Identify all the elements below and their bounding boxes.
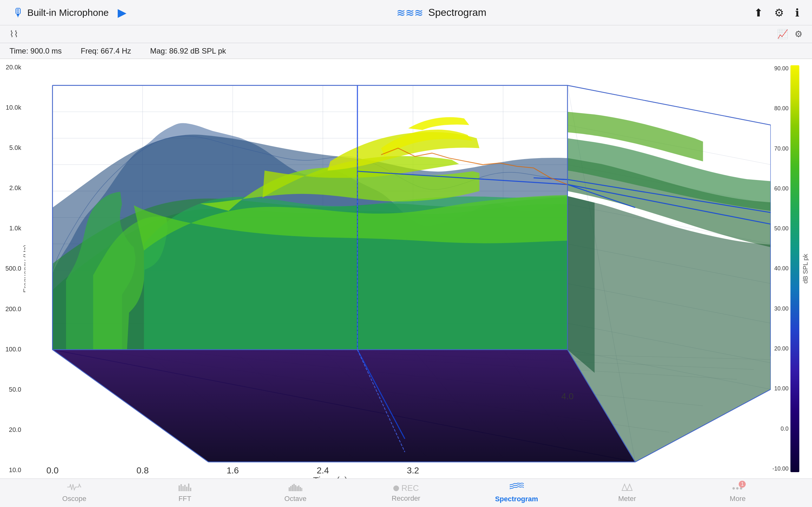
octave-icon [288, 483, 302, 493]
top-bar-right: ⬆ ⚙ ℹ [754, 6, 799, 19]
color-gradient-bar [791, 65, 799, 472]
more-badge-count: 1 [739, 481, 746, 488]
chart-view-button[interactable]: 📈 [777, 29, 788, 39]
scale-tick-0: 0.0 [772, 426, 789, 432]
svg-text:4.0: 4.0 [561, 391, 574, 401]
svg-rect-93 [301, 488, 302, 491]
svg-rect-90 [297, 487, 298, 491]
y-tick-2k: 2.0k [0, 184, 24, 192]
scale-tick-neg10: -10.00 [772, 465, 789, 472]
color-scale-ticks: 90.00 80.00 70.00 60.00 50.00 40.00 30.0… [771, 64, 790, 474]
nav-item-fft[interactable]: FFT [159, 483, 210, 503]
top-header-bar: 🎙 Built-in Microphone ▶ ≋≋≋ Spectrogram … [0, 0, 812, 25]
scale-tick-40: 40.00 [772, 265, 789, 272]
oscope-label: Oscope [62, 495, 86, 503]
nav-item-recorder[interactable]: REC Recorder [380, 483, 432, 503]
page-title: Spectrogram [428, 7, 486, 18]
scale-tick-30: 30.00 [772, 305, 789, 312]
microphone-icon: 🎙 [13, 6, 24, 19]
fft-label: FFT [179, 495, 191, 503]
nav-item-octave[interactable]: Octave [270, 483, 321, 503]
scale-tick-90: 90.00 [772, 65, 789, 72]
svg-marker-94 [622, 484, 627, 491]
y-tick-100: 100.0 [0, 346, 24, 353]
scale-tick-80: 80.00 [772, 105, 789, 112]
svg-rect-78 [179, 486, 180, 491]
svg-rect-84 [190, 488, 191, 491]
y-tick-200: 200.0 [0, 305, 24, 313]
svg-rect-83 [188, 484, 189, 491]
y-tick-500: 500.0 [0, 265, 24, 272]
spectrogram-header-icon: ≋≋≋ [397, 6, 423, 19]
x-axis-label-container [26, 463, 771, 478]
svg-marker-95 [627, 484, 632, 491]
scale-tick-70: 70.00 [772, 146, 789, 152]
meter-icon [621, 483, 633, 493]
more-badge-container: ••• 1 [732, 483, 743, 493]
settings-icon: ⚙ [774, 7, 784, 19]
svg-rect-92 [300, 487, 301, 491]
meter-label: Meter [618, 495, 636, 503]
svg-rect-79 [181, 484, 182, 491]
oscope-icon [67, 483, 81, 493]
top-bar-left: 🎙 Built-in Microphone ▶ [13, 6, 129, 20]
chart-settings-button[interactable]: ⚙ [795, 29, 803, 39]
svg-rect-85 [289, 487, 290, 491]
spectrogram-nav-icon [509, 483, 524, 494]
svg-rect-87 [292, 485, 293, 491]
scale-tick-20: 20.00 [772, 345, 789, 352]
svg-rect-80 [183, 486, 184, 491]
signal-waveform-icon: ⌇⌇ [9, 29, 18, 39]
y-tick-20: 20.0 [0, 426, 24, 434]
more-label: More [730, 495, 746, 503]
share-icon: ⬆ [754, 7, 763, 19]
y-tick-5k: 5.0k [0, 144, 24, 152]
spectrogram-3d-chart: 0.0 0.8 1.6 2.4 3.2 4.0 Time (s) [26, 59, 771, 478]
svg-rect-86 [290, 486, 292, 491]
signal-bar-right: 📈 ⚙ [777, 29, 803, 39]
rec-dot-icon [393, 486, 399, 491]
share-button[interactable]: ⬆ [754, 6, 763, 19]
mic-label: Built-in Microphone [27, 7, 109, 18]
color-bar-label: dB SPL pk [802, 254, 809, 284]
chart-area[interactable]: 0.0 0.8 1.6 2.4 3.2 4.0 Time (s) [26, 59, 771, 478]
rec-text: REC [402, 483, 419, 493]
scale-tick-60: 60.00 [772, 185, 789, 192]
bottom-nav-bar: Oscope FFT [0, 478, 812, 507]
octave-label: Octave [285, 495, 307, 503]
recorder-icon-group: REC [393, 483, 419, 493]
settings-button[interactable]: ⚙ [774, 6, 784, 19]
nav-item-meter[interactable]: Meter [602, 483, 653, 503]
y-tick-10: 10.0 [0, 466, 24, 474]
scale-tick-50: 50.00 [772, 225, 789, 232]
y-tick-20k: 20.0k [0, 64, 24, 71]
time-display: Time: 900.0 ms [9, 47, 62, 55]
play-icon: ▶ [118, 6, 126, 19]
svg-rect-82 [186, 487, 188, 491]
info-icon: ℹ [795, 7, 799, 19]
mic-input-selector[interactable]: 🎙 Built-in Microphone [13, 6, 109, 19]
signal-bar: ⌇⌇ 📈 ⚙ [0, 25, 812, 43]
play-button[interactable]: ▶ [115, 6, 129, 20]
color-bar-label-container: dB SPL pk [800, 64, 811, 474]
svg-rect-91 [298, 486, 299, 491]
mag-display: Mag: 86.92 dB SPL pk [150, 47, 226, 55]
nav-item-spectrogram[interactable]: Spectrogram [491, 483, 542, 503]
main-content: Frequency (Hz) 20.0k 10.0k 5.0k 2.0k 1.0… [0, 59, 812, 478]
info-button[interactable]: ℹ [795, 6, 799, 19]
recorder-label: Recorder [392, 494, 420, 503]
fft-icon [178, 483, 192, 493]
nav-item-oscope[interactable]: Oscope [49, 483, 100, 503]
spectrogram-nav-label: Spectrogram [495, 495, 538, 503]
y-tick-50: 50.0 [0, 386, 24, 393]
info-bar: Time: 900.0 ms Freq: 667.4 Hz Mag: 86.92… [0, 43, 812, 59]
svg-rect-89 [295, 485, 296, 491]
color-bar-area: 90.00 80.00 70.00 60.00 50.00 40.00 30.0… [771, 59, 812, 478]
nav-item-more[interactable]: ••• 1 More [712, 483, 763, 503]
y-tick-1k: 1.0k [0, 225, 24, 232]
y-axis: Frequency (Hz) 20.0k 10.0k 5.0k 2.0k 1.0… [0, 59, 26, 478]
svg-rect-88 [293, 484, 295, 491]
scale-tick-10: 10.00 [772, 385, 789, 392]
y-tick-10k: 10.0k [0, 104, 24, 111]
freq-display: Freq: 667.4 Hz [81, 47, 131, 55]
